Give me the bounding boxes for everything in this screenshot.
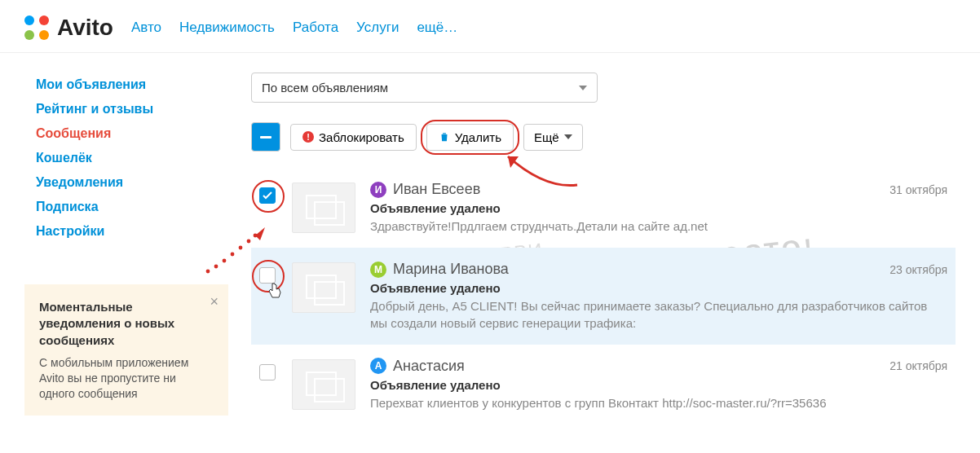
nav-realty[interactable]: Недвижимость <box>179 20 275 36</box>
more-button[interactable]: Ещё <box>523 124 583 151</box>
message-thumbnail <box>292 359 355 410</box>
message-thumbnail <box>292 183 355 233</box>
message-sender: Марина Иванова <box>393 261 509 278</box>
sidebar-item-subscription[interactable]: Подписка <box>24 195 228 219</box>
header: Avito Авто Недвижимость Работа Услуги ещ… <box>0 0 980 53</box>
sidebar-item-my-ads[interactable]: Мои объявления <box>24 73 228 97</box>
message-checkbox[interactable] <box>259 187 276 204</box>
select-all-checkbox[interactable] <box>251 122 280 152</box>
chevron-down-icon <box>564 134 572 139</box>
message-row[interactable]: М Марина Иванова 23 октября Объявление у… <box>251 248 956 345</box>
side-nav: Мои объявления Рейтинг и отзывы Сообщени… <box>24 73 228 244</box>
message-preview: Здравствуйте!Прдлгаем струднчать.Детали … <box>370 218 947 235</box>
delete-button[interactable]: Удалить <box>426 124 514 151</box>
message-checkbox[interactable] <box>259 267 276 284</box>
minus-icon <box>260 136 271 139</box>
avatar: А <box>370 358 386 374</box>
nav-services[interactable]: Услуги <box>356 20 399 36</box>
nav-auto[interactable]: Авто <box>131 20 161 36</box>
message-preview: Добрый день, A5 CLIENT! Вы сейчас приним… <box>370 298 947 332</box>
filter-selected-label: По всем объявлениям <box>262 81 388 95</box>
svg-point-5 <box>247 240 251 244</box>
sidebar-item-settings[interactable]: Настройки <box>24 219 228 244</box>
promo-box: × Моментальные уведомления о новых сообщ… <box>24 284 228 416</box>
logo-text: Avito <box>57 15 113 41</box>
sidebar: Мои объявления Рейтинг и отзывы Сообщени… <box>24 73 228 424</box>
message-date: 23 октября <box>873 263 947 276</box>
message-sender: Иван Евсеев <box>393 181 480 198</box>
message-date: 21 октября <box>873 359 947 372</box>
message-body: И Иван Евсеев 31 октября Объявление удал… <box>370 181 947 235</box>
message-row[interactable]: А Анастасия 21 октября Объявление удален… <box>251 345 956 424</box>
message-body: А Анастасия 21 октября Объявление удален… <box>370 358 947 411</box>
chevron-down-icon <box>579 86 587 90</box>
svg-point-4 <box>239 246 243 250</box>
svg-point-3 <box>231 253 235 257</box>
main: По всем объявлениям ! Заблокировать Удал… <box>251 73 956 424</box>
promo-title: Моментальные уведомления о новых сообщен… <box>39 299 214 349</box>
trash-icon <box>439 131 450 143</box>
sidebar-item-notifications[interactable]: Уведомления <box>24 170 228 195</box>
message-subject: Объявление удалено <box>370 281 947 295</box>
message-checkbox-wrap <box>259 267 277 285</box>
block-button[interactable]: ! Заблокировать <box>290 124 417 151</box>
message-checkbox-wrap <box>259 187 277 205</box>
message-preview: Перехват клиентов у конкурентов с групп … <box>370 395 947 411</box>
message-subject: Объявление удалено <box>370 378 947 392</box>
message-sender: Анастасия <box>393 358 465 375</box>
logo-icon <box>24 15 49 40</box>
message-date: 31 октября <box>873 183 947 196</box>
promo-text: С мобильным приложением Avito вы не проп… <box>39 355 214 402</box>
logo[interactable]: Avito <box>24 15 113 41</box>
action-bar: ! Заблокировать Удалить Ещё <box>251 122 956 152</box>
nav-jobs[interactable]: Работа <box>293 20 338 36</box>
message-thumbnail <box>292 262 355 313</box>
avatar: М <box>370 262 386 278</box>
sidebar-item-messages[interactable]: Сообщения <box>24 121 228 146</box>
top-nav: Авто Недвижимость Работа Услуги ещё… <box>131 20 457 36</box>
message-body: М Марина Иванова 23 октября Объявление у… <box>370 261 947 332</box>
message-row[interactable]: И Иван Евсеев 31 октября Объявление удал… <box>251 168 956 248</box>
block-icon: ! <box>302 131 314 143</box>
message-checkbox-wrap <box>259 364 277 382</box>
container: СЕРВИ ИЕНТЫ - ЭТО ПРОСТО! service-a5clie… <box>0 53 980 444</box>
cursor-icon <box>267 282 282 303</box>
message-list: И Иван Евсеев 31 октября Объявление удал… <box>251 168 956 424</box>
sidebar-item-wallet[interactable]: Кошелёк <box>24 146 228 170</box>
message-subject: Объявление удалено <box>370 201 947 215</box>
avatar: И <box>370 182 386 198</box>
nav-more[interactable]: ещё… <box>417 20 457 36</box>
promo-close-button[interactable]: × <box>210 294 219 309</box>
sidebar-item-rating[interactable]: Рейтинг и отзывы <box>24 97 228 121</box>
message-checkbox[interactable] <box>259 364 276 380</box>
filter-dropdown[interactable]: По всем объявлениям <box>251 73 598 103</box>
